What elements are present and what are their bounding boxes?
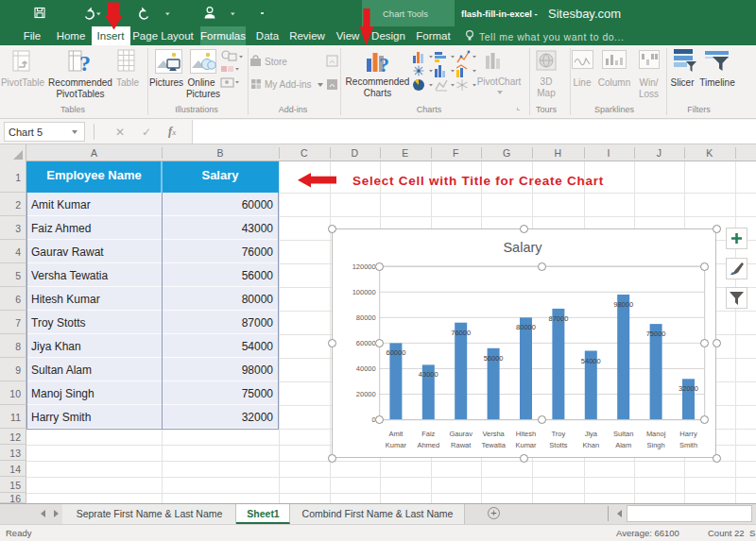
- svg-text:Kumar: Kumar: [515, 441, 537, 449]
- svg-text:87000: 87000: [548, 314, 568, 323]
- svg-text:Singh: Singh: [647, 441, 665, 449]
- svg-text:Smith: Smith: [679, 441, 697, 449]
- svg-text:Rawat: Rawat: [451, 441, 472, 449]
- svg-text:40000: 40000: [356, 364, 376, 373]
- svg-text:Kumar: Kumar: [386, 441, 407, 449]
- svg-text:Stotts: Stotts: [549, 441, 567, 449]
- svg-text:Sultan: Sultan: [613, 430, 633, 438]
- svg-text:Gaurav: Gaurav: [449, 430, 472, 438]
- svg-text:43000: 43000: [419, 370, 438, 379]
- svg-text:120000: 120000: [352, 262, 376, 271]
- svg-text:Khan: Khan: [583, 441, 600, 449]
- svg-text:Hitesh: Hitesh: [516, 430, 536, 438]
- svg-text:Faiz: Faiz: [421, 430, 435, 438]
- svg-text:Troy: Troy: [552, 430, 566, 438]
- svg-text:20000: 20000: [356, 390, 376, 398]
- svg-text:80000: 80000: [356, 313, 376, 322]
- svg-text:Alam: Alam: [615, 441, 631, 449]
- svg-text:98000: 98000: [613, 300, 633, 309]
- svg-text:54000: 54000: [581, 357, 601, 365]
- svg-text:Amit: Amit: [388, 430, 404, 438]
- svg-text:?: ?: [379, 53, 389, 76]
- svg-text:60000: 60000: [356, 339, 376, 347]
- svg-text:75000: 75000: [646, 330, 666, 338]
- svg-text:60000: 60000: [386, 348, 405, 357]
- svg-text:Tewatia: Tewatia: [481, 441, 506, 449]
- svg-text:32000: 32000: [679, 384, 698, 393]
- svg-text:?: ?: [79, 51, 91, 75]
- svg-text:100000: 100000: [352, 288, 376, 296]
- svg-text:76000: 76000: [451, 329, 471, 337]
- svg-text:Harry: Harry: [679, 430, 697, 438]
- svg-text:Salary: Salary: [503, 240, 542, 255]
- svg-text:80000: 80000: [516, 323, 536, 331]
- svg-text:56000: 56000: [484, 354, 504, 363]
- svg-text:Jiya: Jiya: [585, 430, 598, 438]
- svg-text:Manoj: Manoj: [646, 430, 666, 438]
- svg-text:Ahmed: Ahmed: [417, 441, 439, 449]
- svg-text:Versha: Versha: [482, 430, 505, 438]
